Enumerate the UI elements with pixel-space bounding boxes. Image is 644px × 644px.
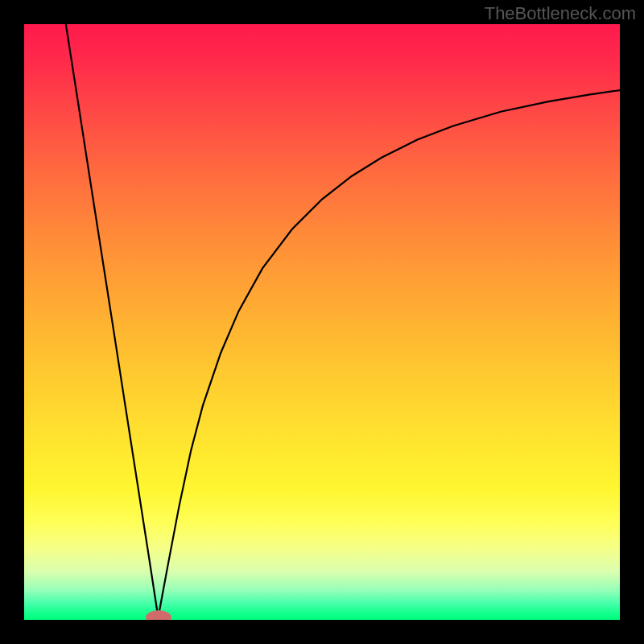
curve-left-segment <box>66 24 159 617</box>
watermark: TheBottleneck.com <box>485 3 636 24</box>
chart-curves <box>24 24 620 620</box>
plot-area <box>24 24 620 620</box>
curve-right-segment <box>159 90 621 617</box>
minimum-marker <box>146 610 171 620</box>
